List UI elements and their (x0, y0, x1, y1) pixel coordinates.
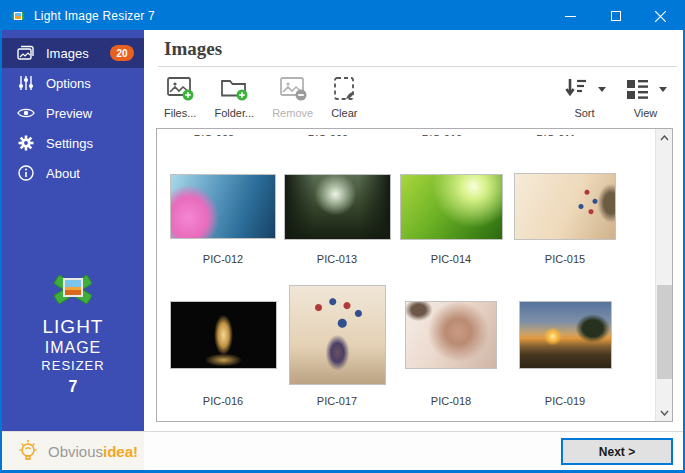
grid-row: PIC-012 PIC-013 PIC-014 PIC-015 (157, 169, 654, 265)
main-panel: Images Files... Folder... Remove (144, 30, 683, 470)
gear-icon (16, 134, 36, 152)
image-label: PIC-008 (194, 133, 234, 136)
clear-button[interactable]: Clear (331, 74, 357, 119)
minimize-button[interactable] (548, 2, 593, 30)
sort-label: Sort (574, 107, 594, 119)
chevron-down-icon[interactable] (659, 87, 667, 92)
sidebar-item-label: Settings (46, 136, 134, 151)
grid-row-partial: PIC-008 PIC-009 PIC-010 PIC-011 (157, 129, 654, 136)
image-label: PIC-013 (317, 253, 357, 265)
image-label: PIC-009 (308, 133, 348, 136)
add-image-icon (165, 74, 195, 104)
photos-icon (16, 44, 36, 62)
image-item[interactable]: PIC-013 (280, 169, 394, 265)
window-title: Light Image Resizer 7 (34, 9, 155, 23)
maximize-button[interactable] (593, 2, 638, 30)
thumbnail[interactable] (170, 301, 277, 369)
logo-version: 7 (2, 378, 144, 396)
sidebar-item-preview[interactable]: Preview (2, 98, 144, 128)
image-label: PIC-017 (317, 395, 357, 407)
sidebar-item-label: Options (46, 76, 134, 91)
clear-icon (331, 74, 357, 104)
sidebar-nav: Images 20 Options Preview Settings (2, 30, 144, 188)
image-label: PIC-010 (422, 133, 462, 136)
thumbnail[interactable] (514, 173, 616, 240)
images-count-badge: 20 (110, 45, 134, 61)
view-label: View (634, 107, 658, 119)
sidebar-item-options[interactable]: Options (2, 68, 144, 98)
image-item[interactable]: PIC-019 (508, 283, 622, 407)
image-label: PIC-016 (203, 395, 243, 407)
brand-suffix: idea! (103, 443, 138, 460)
app-icon (10, 9, 26, 23)
scroll-down-button[interactable] (656, 404, 673, 421)
image-list[interactable]: PIC-008 PIC-009 PIC-010 PIC-011 PIC-012 … (156, 128, 673, 422)
sort-button[interactable]: Sort (563, 74, 606, 119)
scrollbar[interactable] (655, 129, 672, 421)
image-label: PIC-014 (431, 253, 471, 265)
chevron-down-icon[interactable] (598, 87, 606, 92)
add-folder-button[interactable]: Folder... (214, 74, 254, 119)
remove-label: Remove (272, 107, 313, 119)
image-label: PIC-015 (545, 253, 585, 265)
lightbulb-icon (16, 438, 40, 464)
remove-image-icon (278, 74, 308, 104)
app-logo: LIGHT IMAGE RESIZER 7 (2, 268, 144, 396)
image-label: PIC-012 (203, 253, 243, 265)
logo-line1: LIGHT (2, 316, 144, 338)
sidebar: Images 20 Options Preview Settings (2, 30, 144, 470)
clear-label: Clear (331, 107, 357, 119)
app-window: Light Image Resizer 7 Images 20 (0, 0, 685, 473)
image-label: PIC-018 (431, 395, 471, 407)
image-item[interactable]: PIC-012 (166, 169, 280, 265)
sliders-icon (16, 74, 36, 92)
view-button[interactable]: View (624, 74, 667, 119)
brand-text: Obviousidea! (48, 443, 138, 460)
resizer-logo-icon (50, 268, 96, 308)
title-bar[interactable]: Light Image Resizer 7 (2, 2, 683, 30)
info-icon (16, 164, 36, 182)
image-item[interactable]: PIC-017 (280, 283, 394, 407)
sidebar-item-settings[interactable]: Settings (2, 128, 144, 158)
thumbnail[interactable] (284, 174, 391, 240)
grid-row: PIC-016 PIC-017 PIC-018 PIC-019 (157, 283, 654, 407)
image-item[interactable]: PIC-018 (394, 283, 508, 407)
sidebar-item-label: Preview (46, 106, 134, 121)
image-item[interactable]: PIC-014 (394, 169, 508, 265)
add-folder-icon (219, 74, 249, 104)
thumbnail[interactable] (519, 301, 612, 369)
add-folder-label: Folder... (214, 107, 254, 119)
thumbnail[interactable] (170, 174, 276, 239)
scroll-up-button[interactable] (656, 129, 673, 146)
heading-divider (158, 66, 677, 67)
thumbnail[interactable] (289, 285, 386, 385)
sidebar-item-about[interactable]: About (2, 158, 144, 188)
image-grid: PIC-008 PIC-009 PIC-010 PIC-011 PIC-012 … (157, 129, 654, 421)
close-button[interactable] (638, 2, 683, 30)
eye-icon (16, 104, 36, 122)
logo-line3: RESIZER (2, 357, 144, 374)
thumbnail[interactable] (400, 174, 503, 240)
sidebar-item-label: About (46, 166, 134, 181)
page-title: Images (164, 38, 683, 60)
image-label: PIC-011 (536, 133, 576, 136)
remove-button[interactable]: Remove (272, 74, 313, 119)
view-icon (624, 76, 650, 102)
thumbnail[interactable] (405, 301, 497, 369)
image-label: PIC-019 (545, 395, 585, 407)
add-files-label: Files... (164, 107, 196, 119)
sidebar-item-label: Images (46, 46, 110, 61)
bottom-bar: Next > (144, 431, 683, 470)
scrollbar-thumb[interactable] (657, 285, 672, 379)
next-button[interactable]: Next > (561, 438, 673, 465)
sidebar-item-images[interactable]: Images 20 (2, 38, 144, 68)
add-files-button[interactable]: Files... (164, 74, 196, 119)
sort-icon (563, 76, 589, 102)
obviousidea-brand[interactable]: Obviousidea! (2, 431, 144, 470)
toolbar: Files... Folder... Remove Clear (164, 74, 669, 126)
image-item[interactable]: PIC-015 (508, 169, 622, 265)
logo-line2: IMAGE (2, 338, 144, 357)
image-item[interactable]: PIC-016 (166, 283, 280, 407)
brand-prefix: Obvious (48, 443, 103, 460)
